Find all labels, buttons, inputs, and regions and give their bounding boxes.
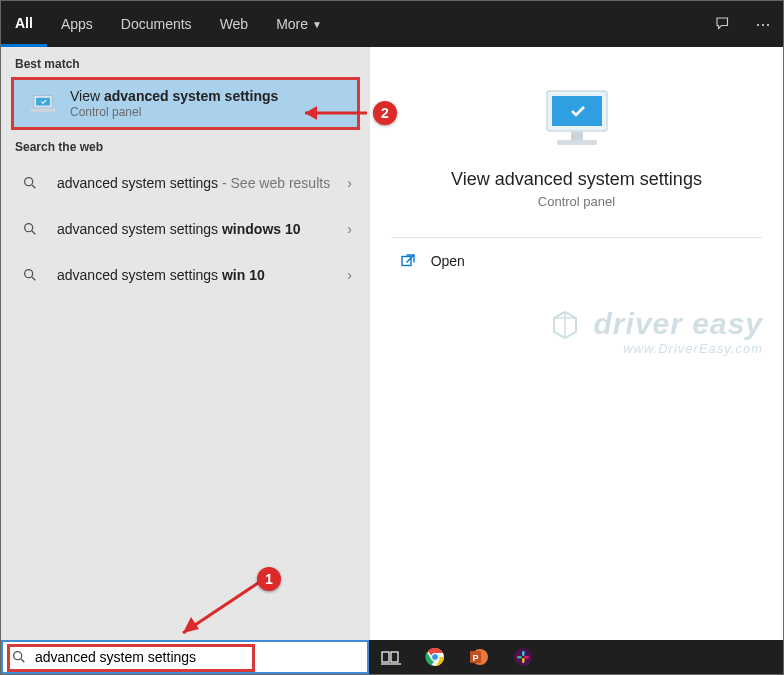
tab-more-label: More: [276, 16, 308, 32]
open-action[interactable]: Open: [391, 238, 763, 284]
svg-rect-30: [517, 656, 522, 659]
svg-rect-21: [391, 652, 398, 662]
web-result-2[interactable]: advanced system settings windows 10 ›: [1, 206, 370, 252]
preview-subtitle: Control panel: [538, 194, 615, 209]
search-icon: [15, 168, 45, 198]
chevron-down-icon: ▼: [312, 19, 322, 30]
svg-rect-31: [522, 658, 525, 663]
svg-point-28: [514, 648, 532, 666]
powerpoint-icon[interactable]: P: [457, 640, 501, 674]
search-web-header: Search the web: [1, 130, 370, 160]
svg-rect-12: [557, 140, 597, 145]
chevron-right-icon[interactable]: ›: [343, 267, 356, 283]
watermark: driver easy www.DriverEasy.com: [550, 307, 763, 356]
search-tabs-bar: All Apps Documents Web More ▼ ···: [1, 1, 783, 47]
task-view-icon[interactable]: [369, 640, 413, 674]
search-flyout-body: Best match View advanced system settings…: [1, 47, 783, 641]
control-panel-laptop-icon: [28, 89, 58, 119]
tab-web[interactable]: Web: [206, 1, 263, 47]
open-icon: [399, 252, 417, 270]
svg-rect-13: [402, 257, 411, 266]
open-label: Open: [431, 253, 465, 269]
web-result-1[interactable]: advanced system settings - See web resul…: [1, 160, 370, 206]
tab-apps[interactable]: Apps: [47, 1, 107, 47]
svg-rect-10: [552, 96, 602, 126]
search-icon: [15, 260, 45, 290]
svg-text:P: P: [472, 653, 478, 663]
best-match-result[interactable]: View advanced system settings Control pa…: [11, 77, 360, 130]
annotation-step-1: 1: [257, 567, 281, 591]
chrome-icon[interactable]: [413, 640, 457, 674]
svg-rect-32: [524, 656, 529, 659]
preview-title: View advanced system settings: [451, 169, 702, 190]
tab-all[interactable]: All: [1, 1, 47, 47]
svg-line-4: [32, 185, 35, 188]
svg-line-8: [32, 277, 35, 280]
preview-monitor-icon: [537, 87, 617, 155]
tab-more[interactable]: More ▼: [262, 1, 336, 47]
svg-rect-29: [522, 651, 525, 656]
svg-rect-11: [571, 132, 583, 140]
more-options-icon[interactable]: ···: [743, 1, 783, 47]
best-match-text: View advanced system settings Control pa…: [70, 88, 343, 119]
svg-point-18: [14, 652, 22, 660]
svg-point-24: [432, 654, 439, 661]
web-result-1-text: advanced system settings - See web resul…: [57, 175, 343, 191]
search-icon: [11, 649, 27, 665]
feedback-icon[interactable]: [703, 1, 743, 47]
best-match-header: Best match: [1, 47, 370, 77]
slack-icon[interactable]: [501, 640, 545, 674]
taskbar: P: [1, 640, 783, 674]
chevron-right-icon[interactable]: ›: [343, 221, 356, 237]
svg-point-7: [25, 270, 33, 278]
web-result-3-text: advanced system settings win 10: [57, 267, 343, 283]
results-panel: Best match View advanced system settings…: [1, 47, 370, 641]
svg-rect-1: [36, 97, 50, 105]
web-result-3[interactable]: advanced system settings win 10 ›: [1, 252, 370, 298]
preview-panel: View advanced system settings Control pa…: [370, 47, 783, 641]
svg-rect-20: [382, 652, 389, 662]
search-input[interactable]: [35, 649, 359, 665]
chevron-right-icon[interactable]: ›: [343, 175, 356, 191]
web-result-2-text: advanced system settings windows 10: [57, 221, 343, 237]
svg-point-3: [25, 178, 33, 186]
tab-documents[interactable]: Documents: [107, 1, 206, 47]
search-icon: [15, 214, 45, 244]
svg-point-5: [25, 224, 33, 232]
taskbar-search-box[interactable]: [1, 640, 369, 674]
svg-line-6: [32, 231, 35, 234]
annotation-step-2: 2: [373, 101, 397, 125]
svg-rect-2: [31, 108, 56, 111]
svg-line-19: [21, 659, 24, 662]
